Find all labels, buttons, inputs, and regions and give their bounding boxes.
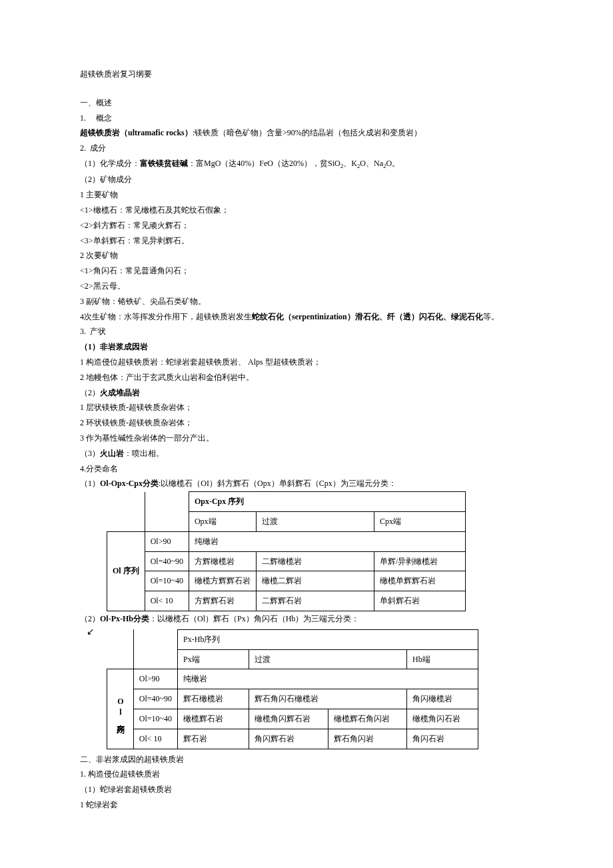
- occ-1-hdr: （1）非岩浆成因岩: [80, 339, 533, 355]
- t2-empty1: [107, 629, 134, 649]
- sec-mineral-hdr: 2 次要矿物: [80, 248, 533, 263]
- t1-row-hdr: Ol 序列: [107, 531, 145, 611]
- chem-c: O、Na: [360, 159, 383, 168]
- chem-composition: （1）化学成分：富铁镁贫硅碱：富MgO（达40%）FeO（达20%），贫SiO2…: [80, 156, 533, 172]
- t1-r4c: 单斜辉石岩: [374, 591, 465, 611]
- t1-c1: Opx端: [189, 512, 256, 532]
- definition-line: 超镁铁质岩（ultramafic rocks）:镁铁质（暗色矿物）含量>90%的…: [80, 125, 533, 141]
- t1-r4a: 方辉辉石岩: [189, 591, 256, 611]
- chem-b: 、K: [343, 159, 357, 168]
- item-1-concept: 1. 概念: [80, 111, 533, 126]
- t2-r4l: Ol< 10: [133, 729, 177, 749]
- occ-1b: 2 地幔包体：产出于玄武质火山岩和金伯利岩中。: [80, 370, 533, 385]
- item-4-classification: 4.分类命名: [80, 461, 533, 477]
- occ-3-bold: 火山岩: [100, 449, 124, 458]
- chem-bold: 富铁镁贫硅碱: [140, 159, 188, 168]
- t2-r4c: 辉石角闪岩: [328, 729, 407, 749]
- t2-r4a: 辉石岩: [178, 729, 249, 749]
- t1-empty2: [145, 492, 189, 512]
- arrow-icon: ↙: [87, 623, 95, 641]
- c1-post: :以橄榄石（OI）斜方辉石（Opx）单斜辉石（Cpx）为三端元分类：: [159, 479, 396, 488]
- mineral-3: <3>单斜辉石：常见异剥辉石。: [80, 233, 533, 249]
- t2-c3: Hb端: [407, 649, 478, 669]
- t1-col-hdr: Opx-Cpx 序列: [189, 492, 465, 512]
- occ-2-hdr: （2）火成堆晶岩: [80, 385, 533, 401]
- main-mineral-hdr: 1 主要矿物: [80, 187, 533, 203]
- chem-d: O。: [386, 159, 400, 168]
- table-ol-px-hb: Px-Hb序列 Px端 过渡 Hb端 Ol序列 Ol>90 纯橄岩 Ol=40~…: [107, 629, 478, 749]
- class-1-line: （1）Ol-Opx-Cpx分类:以橄榄石（OI）斜方辉石（Opx）单斜辉石（Cp…: [80, 476, 533, 491]
- t1-r2c: 单辉/异剥橄榄岩: [374, 551, 465, 571]
- t1-empty1: [107, 492, 145, 512]
- occ-2-bold: 火成堆晶岩: [100, 388, 140, 397]
- s2-item-1a1: 1 蛇绿岩套: [80, 797, 533, 813]
- t2-r3l: Ol=10~40: [133, 709, 177, 729]
- chem-a: ：富MgO（达40%）FeO（达20%），贫SiO: [188, 159, 340, 168]
- section-1-heading: 一、概述: [80, 95, 533, 111]
- term-ultramafic: 超镁铁质岩（ultramafic rocks）: [80, 128, 193, 137]
- alt-post: 等。: [483, 312, 499, 321]
- t2-r2b: 辉石角闪石橄榄岩: [249, 689, 407, 709]
- occ-3-pre: （3）: [80, 449, 100, 458]
- t2-r2c: 角闪橄榄岩: [407, 689, 478, 709]
- t1-r4l: Ol< 10: [145, 591, 189, 611]
- alteration-line: 4次生矿物：水等挥发分作用下，超镁铁质岩发生蛇纹石化（serpentinizat…: [80, 309, 533, 325]
- s2-item-1: 1. 构造侵位超镁铁质岩: [80, 767, 533, 782]
- class-2-line: （2）Ol-Px-Hb分类：以橄榄石（Ol）辉石（Px）角闪石（Hb）为三端元分…: [80, 611, 533, 627]
- occ-2b: 2 环状镁铁质-超镁铁质杂岩体；: [80, 415, 533, 431]
- doc-title: 超镁铁质岩复习纲要: [80, 67, 533, 82]
- t1-r2a: 方辉橄榄岩: [189, 551, 256, 571]
- occ-2c: 3 作为基性碱性杂岩体的一部分产出。: [80, 431, 533, 446]
- label-concept: 概念: [96, 113, 112, 123]
- c1-pre: （1）: [80, 479, 100, 488]
- t1-empty4: [145, 512, 189, 532]
- occ-3-post: ：喷出相。: [124, 449, 164, 458]
- c1-bold: Ol-Opx-Cpx分类: [100, 479, 159, 488]
- s2-item-1a: （1）蛇绿岩套超镁铁质岩: [80, 782, 533, 797]
- num-1: 1.: [80, 113, 86, 123]
- t2-r3c: 橄榄辉石角闪岩: [328, 709, 407, 729]
- t1-r3l: Ol=10~40: [145, 571, 189, 591]
- t2-r2a: 辉石橄榄岩: [178, 689, 249, 709]
- alt-bold: 蛇纹石化（serpentinization）滑石化、纤（透）闪石化、绿泥石化: [252, 312, 483, 321]
- t2-r1l: Ol>90: [133, 669, 177, 689]
- t1-r1l: Ol>90: [145, 531, 189, 551]
- t1-c2: 过渡: [256, 512, 374, 532]
- mineral-1: <1>橄榄石：常见橄榄石及其蛇纹石假象；: [80, 203, 533, 218]
- occ-3: （3）火山岩：喷出相。: [80, 446, 533, 461]
- sec-mineral-1: <1>角闪石：常见普通角闪石；: [80, 263, 533, 279]
- t2-r4b: 角闪辉石岩: [249, 729, 328, 749]
- t1-r3a: 橄榄方辉辉石岩: [189, 571, 256, 591]
- mineral-2: <2>斜方辉石：常见顽火辉石；: [80, 218, 533, 233]
- t1-r1v: 纯橄岩: [189, 531, 465, 551]
- t2-r2l: Ol=40~90: [133, 689, 177, 709]
- definition-text: :镁铁质（暗色矿物）含量>90%的结晶岩（包括火成岩和变质岩）: [193, 128, 422, 137]
- label-composition: 成分: [90, 143, 106, 153]
- t1-r2l: Ol=40~90: [145, 551, 189, 571]
- t2-col-hdr: Px-Hb序列: [178, 629, 478, 649]
- t2-c2: 过渡: [249, 649, 407, 669]
- c2-bold: Ol-Px-Hb分类: [100, 614, 149, 623]
- table-ol-opx-cpx: Opx-Cpx 序列 Opx端 过渡 Cpx端 Ol 序列 Ol>90 纯橄岩 …: [107, 491, 466, 611]
- t2-row-hdr: Ol序列: [107, 669, 134, 749]
- accessory-mineral: 3 副矿物：铬铁矿、尖晶石类矿物。: [80, 294, 533, 309]
- t2-empty2: [133, 629, 177, 649]
- chem-pre: （1）化学成分：: [80, 159, 140, 168]
- c2-post: ：以橄榄石（Ol）辉石（Px）角闪石（Hb）为三端元分类：: [149, 614, 359, 623]
- t2-empty3: [107, 649, 134, 669]
- t1-empty3: [107, 512, 145, 532]
- t1-r3c: 橄榄单辉辉石岩: [374, 571, 465, 591]
- occ-1a: 1 构造侵位超镁铁质岩：蛇绿岩套超镁铁质岩、 Alps 型超镁铁质岩；: [80, 355, 533, 370]
- t1-r4b: 二辉辉石岩: [256, 591, 374, 611]
- num-2: 2.: [80, 143, 86, 153]
- t2-r4d: 角闪石岩: [407, 729, 478, 749]
- t1-r3b: 橄榄二辉岩: [256, 571, 374, 591]
- t2-r3a: 橄榄辉石岩: [178, 709, 249, 729]
- t2-empty4: [133, 649, 177, 669]
- occ-2a: 1 层状镁铁质-超镁铁质杂岩体；: [80, 400, 533, 415]
- label-classification: 分类命名: [86, 464, 118, 473]
- c2-pre: （2）: [80, 614, 100, 623]
- t2-r3b: 橄榄角闪辉石岩: [249, 709, 328, 729]
- t2-r1v: 纯橄岩: [178, 669, 478, 689]
- num-4: 4.: [80, 464, 86, 473]
